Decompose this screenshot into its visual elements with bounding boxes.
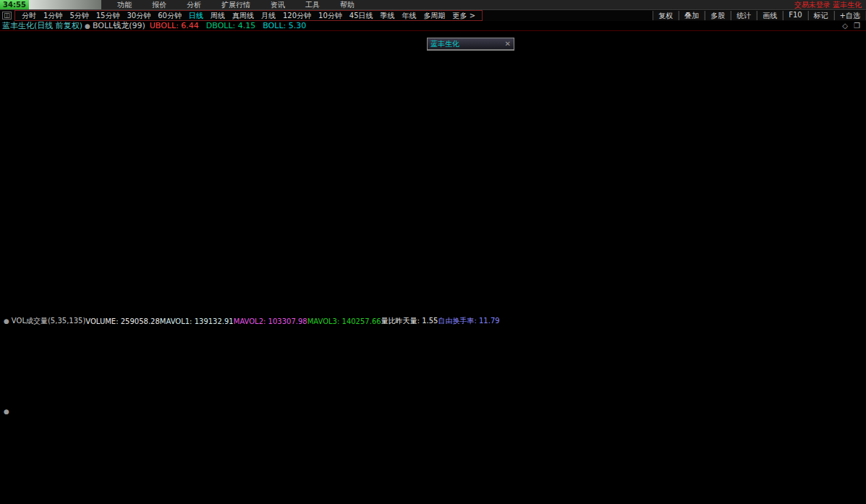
period-toolbar: ◫ 分时1分钟5分钟15分钟30分钟60分钟日线周线真周线月线120分钟10分钟… (0, 10, 866, 21)
period-tab-周线[interactable]: 周线 (207, 11, 229, 21)
stock-title[interactable]: 蓝丰生化(日线 前复权) (2, 20, 82, 31)
menu-item-资讯[interactable]: 资讯 (260, 0, 295, 10)
toolbar-button-统计[interactable]: 统计 (731, 11, 757, 20)
toolbar-button-画线[interactable]: 画线 (757, 11, 783, 20)
toolbar-button-标记[interactable]: 标记 (808, 11, 834, 20)
main-menu: 功能报价分析扩展行情资讯工具帮助 (107, 0, 365, 10)
vol-header-item: 量比昨天量: 1.55 (381, 316, 438, 326)
period-tab-分时[interactable]: 分时 (18, 11, 40, 21)
pane-toggle-icon[interactable]: ● (4, 408, 9, 415)
period-tab-年线[interactable]: 年线 (399, 11, 420, 21)
vol-header-item: MAVOL3: 140257.66 (307, 317, 381, 325)
chip-pane-header: ● (1, 408, 12, 415)
menu-item-功能[interactable]: 功能 (107, 0, 142, 10)
title-strip (29, 0, 101, 9)
login-status[interactable]: 交易未登录 蓝丰生化 (794, 0, 862, 10)
period-tab-5分钟[interactable]: 5分钟 (66, 11, 92, 21)
boll-value-BOLL: BOLL: 5.30 (263, 21, 306, 30)
menu-item-分析[interactable]: 分析 (177, 0, 211, 10)
toolbar-button-叠加[interactable]: 叠加 (679, 11, 705, 20)
quote-popup[interactable]: 蓝丰生化 ✕ (427, 38, 514, 51)
boll-values: UBOLL: 6.44DBOLL: 4.15BOLL: 5.30 (150, 21, 313, 30)
toolbar-button-+自选[interactable]: +自选 (834, 11, 866, 20)
period-tab-10分钟[interactable]: 10分钟 (315, 11, 346, 21)
chart-canvas[interactable] (0, 0, 866, 504)
vol-header-item: 自由换手率: 11.79 (438, 316, 499, 326)
toolbar-button-复权[interactable]: 复权 (653, 11, 679, 20)
menu-item-帮助[interactable]: 帮助 (330, 0, 365, 10)
titlebar-right-icons: ◇ ❐ (842, 22, 860, 30)
vol-header-item: MAVOL2: 103307.98 (234, 317, 307, 325)
popup-title: 蓝丰生化 (430, 38, 459, 49)
popup-title-bar[interactable]: 蓝丰生化 ✕ (428, 38, 514, 50)
diamond-icon[interactable]: ◇ (842, 22, 848, 30)
close-icon[interactable]: ✕ (505, 38, 511, 49)
boll-value-DBOLL: DBOLL: 4.15 (206, 21, 255, 30)
indicator-name[interactable]: BOLL钱龙(99) (93, 20, 145, 31)
boll-value-UBOLL: UBOLL: 6.44 (150, 21, 199, 30)
period-tab-真周线[interactable]: 真周线 (229, 11, 258, 21)
toolbar-right-buttons: 复权叠加多股统计画线F10标记+自选 (653, 11, 866, 20)
period-tab-45日线[interactable]: 45日线 (346, 11, 377, 21)
period-tab-季线[interactable]: 季线 (377, 11, 399, 21)
menu-item-报价[interactable]: 报价 (142, 0, 177, 10)
session-timer: 34:55 (0, 0, 29, 9)
pane-toggle-icon[interactable]: ● (4, 317, 9, 325)
period-tab-多周期[interactable]: 多周期 (420, 11, 449, 21)
period-tabs: 分时1分钟5分钟15分钟30分钟60分钟日线周线真周线月线120分钟10分钟45… (14, 10, 483, 21)
toolbar-button-多股[interactable]: 多股 (705, 11, 731, 20)
vol-header-item: VOL成交量(5,35,135) (12, 316, 85, 326)
vol-header-item: MAVOL1: 139132.91 (160, 317, 234, 325)
window-split-icon[interactable]: ◫ (2, 12, 12, 20)
period-tab-30分钟[interactable]: 30分钟 (123, 11, 154, 21)
volume-pane-header: ● VOL成交量(5,35,135)VOLUME: 259058.28MAVOL… (1, 316, 500, 326)
trading-terminal: 34:55 功能报价分析扩展行情资讯工具帮助 交易未登录 蓝丰生化 ◫ 分时1分… (0, 0, 866, 504)
window-layout-icon[interactable]: ❐ (854, 22, 860, 30)
period-tab-日线[interactable]: 日线 (185, 11, 207, 21)
toolbar-button-F10[interactable]: F10 (783, 11, 807, 20)
menu-item-扩展行情[interactable]: 扩展行情 (211, 0, 260, 10)
period-tab-更多 >[interactable]: 更多 > (449, 11, 480, 21)
period-tab-60分钟[interactable]: 60分钟 (154, 11, 185, 21)
period-tab-1分钟[interactable]: 1分钟 (40, 11, 66, 21)
period-tab-15分钟[interactable]: 15分钟 (93, 11, 124, 21)
period-tab-月线[interactable]: 月线 (258, 11, 279, 21)
period-tab-120分钟[interactable]: 120分钟 (279, 11, 315, 21)
indicator-toggle-icon[interactable]: ● (85, 22, 90, 30)
menu-bar: 34:55 功能报价分析扩展行情资讯工具帮助 交易未登录 蓝丰生化 (0, 0, 866, 10)
vol-header-item: VOLUME: 259058.28 (85, 317, 160, 325)
menu-item-工具[interactable]: 工具 (295, 0, 330, 10)
indicator-title-bar: 蓝丰生化(日线 前复权) ● BOLL钱龙(99) UBOLL: 6.44DBO… (0, 21, 866, 31)
